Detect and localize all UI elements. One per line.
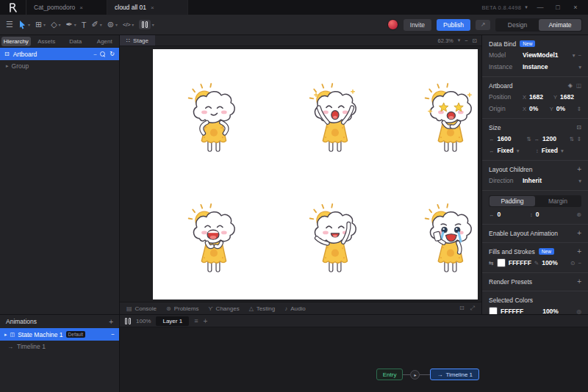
character-cloud-jumping-joy[interactable] (307, 79, 362, 163)
position-y-field[interactable]: 1682 (560, 93, 574, 101)
selected-color-swatch[interactable] (489, 307, 498, 314)
fill-opacity-field[interactable]: 100% (542, 259, 558, 266)
selected-color-opacity[interactable]: 100% (542, 308, 559, 314)
add-layout-animation-button[interactable]: + (577, 229, 581, 237)
remove-icon[interactable]: − (111, 331, 115, 338)
pen-tool[interactable]: ✒▾ (66, 20, 76, 29)
chevron-down-icon[interactable]: ▾ (59, 22, 61, 27)
add-animation-button[interactable]: + (109, 318, 113, 326)
chevron-down-icon[interactable]: ▾ (578, 64, 581, 70)
panel-icon[interactable]: ◫ (576, 82, 581, 89)
link-icon[interactable]: ⇕ (577, 136, 581, 142)
character-cloud-hands-on-hips[interactable] (186, 79, 240, 163)
state-machine-item[interactable]: ▸ ◫ State Machine 1 Default − (0, 328, 119, 341)
rive-logo[interactable] (0, 0, 26, 15)
dock-icon[interactable]: ⊡ (459, 305, 465, 312)
transition-node[interactable]: ▸ (410, 370, 420, 380)
invite-button[interactable]: Invite (404, 19, 431, 31)
tab-problems[interactable]: ⊛Problems (166, 305, 199, 312)
target-icon[interactable]: ◎ (576, 308, 581, 315)
entry-node[interactable]: Entry (376, 369, 404, 380)
tab-design[interactable]: Design (496, 19, 539, 31)
model-value[interactable]: ViewModel1 (523, 51, 559, 59)
graph-zoom-level[interactable]: 100% (136, 318, 151, 324)
height-constraint-icon[interactable]: ⇅ (569, 136, 573, 142)
artboard-surface[interactable] (153, 49, 478, 300)
chevron-down-icon[interactable]: ▾ (115, 22, 118, 27)
remove-fill-icon[interactable]: − (578, 260, 581, 266)
chevron-down-icon[interactable]: ▾ (28, 22, 30, 27)
add-fill-button[interactable]: + (577, 247, 581, 255)
tab-animate[interactable]: Animate (539, 19, 581, 31)
padding-h-field[interactable]: 0 (498, 211, 501, 218)
tab-padding[interactable]: Padding (490, 196, 535, 206)
expand-caret-icon[interactable]: ▸ (6, 63, 9, 69)
main-menu-button[interactable]: ☰ (6, 20, 13, 29)
sync-icon[interactable]: ↻ (110, 51, 115, 57)
edit-pen-icon[interactable]: ✎ (534, 260, 539, 266)
direction-select[interactable]: Inherit (523, 177, 542, 184)
select-tool[interactable]: ▾ (18, 20, 30, 29)
events-tool[interactable]: ⊚▾ (107, 20, 118, 29)
add-layout-children-button[interactable]: + (577, 165, 581, 173)
padding-v-field[interactable]: 0 (536, 211, 539, 218)
chevron-down-icon[interactable]: ▾ (74, 22, 76, 27)
chevron-down-icon[interactable]: ▾ (43, 22, 46, 27)
expand-caret-icon[interactable]: ▸ (4, 332, 7, 338)
tab-audio[interactable]: ♪Audio (284, 305, 305, 312)
tab-data[interactable]: Data (61, 37, 90, 46)
visibility-icon[interactable]: ⊙ (570, 260, 575, 266)
doc-tab-cat-pomodoro[interactable]: Cat_pomodoro × (26, 0, 107, 15)
fill-hex-field[interactable]: FFFFFF (509, 259, 531, 266)
spacing-options-icon[interactable]: ⊛ (577, 211, 581, 218)
mixer-icon[interactable]: ⇆ (489, 260, 494, 266)
layer-tab[interactable]: Layer 1 (156, 316, 189, 326)
search-icon[interactable] (100, 51, 106, 57)
character-cloud-waving[interactable] (307, 200, 362, 283)
tab-console[interactable]: ▤Console (126, 305, 157, 312)
chevron-down-icon[interactable]: ▾ (517, 148, 520, 154)
expand-icon[interactable]: ⤢ (470, 305, 475, 312)
share-button[interactable]: ↗ (476, 20, 490, 30)
add-layer-button[interactable]: + (203, 317, 207, 325)
shapes-tool[interactable]: ◇▾ (51, 20, 60, 29)
doc-tab-cloud-all-01[interactable]: cloud all 01 × (107, 0, 188, 15)
maximize-button[interactable]: □ (553, 4, 563, 11)
constraints-icon[interactable]: ◈ (568, 82, 573, 89)
position-x-field[interactable]: 1682 (529, 93, 543, 101)
add-render-preset-button[interactable]: + (577, 277, 581, 286)
minimize-button[interactable]: — (535, 4, 545, 11)
layer-menu-icon[interactable]: ≡ (194, 317, 198, 324)
zoom-out-icon[interactable]: − (465, 37, 467, 44)
resize-icon[interactable]: ⊡ (576, 124, 581, 131)
state-machine-graph[interactable]: Entry ▸ → Timeline 1 (120, 327, 588, 392)
fit-view-icon[interactable]: ⊡ (473, 37, 477, 44)
chevron-down-icon[interactable]: ▾ (578, 178, 581, 184)
canvas[interactable] (120, 46, 481, 302)
origin-x-field[interactable]: 0% (529, 105, 538, 112)
height-mode-select[interactable]: Fixed (542, 147, 558, 154)
chevron-down-icon[interactable]: ▾ (573, 52, 576, 59)
tab-hierarchy[interactable]: Hierarchy (1, 37, 31, 46)
timeline-item[interactable]: → Timeline 1 (0, 341, 119, 352)
width-mode-select[interactable]: Fixed (498, 147, 514, 154)
text-tool[interactable]: T (82, 21, 87, 29)
tab-assets[interactable]: Assets (32, 37, 62, 46)
character-cloud-crying[interactable] (423, 200, 477, 283)
tab-agent[interactable]: Agent (90, 37, 120, 46)
chevron-down-icon[interactable]: ▾ (132, 22, 134, 27)
width-field[interactable]: 1600 (498, 135, 512, 142)
hierarchy-item-group[interactable]: ▸ Group (0, 60, 119, 72)
publish-button[interactable]: Publish (437, 19, 470, 31)
timeline-node[interactable]: → Timeline 1 (430, 369, 479, 380)
chevron-down-icon[interactable]: ▾ (152, 22, 154, 27)
user-avatar[interactable] (387, 19, 398, 30)
stage-tab[interactable]: ∷ Stage (120, 35, 155, 46)
tab-changes[interactable]: ϒChanges (208, 305, 239, 312)
tab-testing[interactable]: △Testing (249, 305, 276, 312)
width-constraint-icon[interactable]: ⇅ (526, 136, 531, 142)
close-tab-icon[interactable]: × (79, 4, 83, 11)
chevron-down-icon[interactable]: ▾ (525, 4, 528, 10)
bone-tool[interactable]: ✐▾ (92, 20, 102, 29)
link-icon[interactable]: ⇕ (577, 106, 581, 112)
